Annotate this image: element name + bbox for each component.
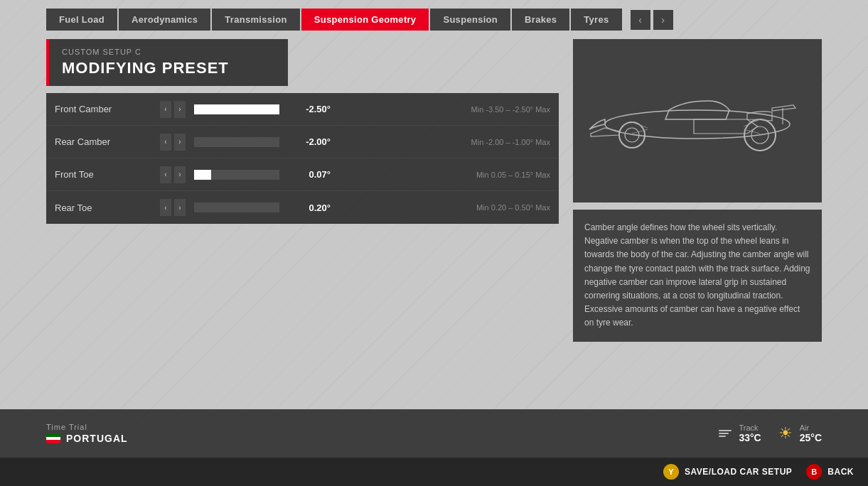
info-text: Camber angle defines how the wheel sits … bbox=[584, 222, 810, 328]
left-panel: Custom Setup C MODIFYING PRESET Front Ca… bbox=[46, 39, 559, 401]
setting-name-rear-toe: Rear Toe bbox=[55, 202, 154, 213]
back-button[interactable]: B BACK bbox=[806, 464, 854, 480]
location-text: PORTUGAL bbox=[66, 433, 128, 444]
preset-subtitle: Custom Setup C bbox=[62, 48, 275, 56]
rear-camber-value: -2.00° bbox=[288, 136, 331, 147]
b-button-icon: B bbox=[806, 464, 822, 480]
rear-toe-value: 0.20° bbox=[288, 202, 331, 213]
setting-name-rear-camber: Rear Camber bbox=[55, 136, 154, 147]
car-display bbox=[573, 39, 822, 202]
prev-icon-btn[interactable]: ‹ bbox=[631, 10, 650, 30]
track-info: Track 33°C bbox=[739, 423, 761, 443]
tab-suspension-geometry[interactable]: Suspension Geometry bbox=[301, 9, 429, 31]
table-row: Front Toe ‹ › 0.07° Min 0.05 – 0.15° Max bbox=[46, 158, 559, 191]
heat-icon bbox=[719, 430, 732, 437]
sun-icon: ☀ bbox=[778, 424, 793, 443]
air-label: Air bbox=[800, 423, 822, 432]
front-camber-slider[interactable] bbox=[194, 104, 279, 114]
back-label: BACK bbox=[827, 467, 854, 477]
location-name: PORTUGAL bbox=[46, 433, 128, 444]
front-toe-slider[interactable] bbox=[194, 170, 279, 180]
table-row: Front Camber ‹ › -2.50° Min -3.50 – -2.5… bbox=[46, 93, 559, 126]
preset-title: MODIFYING PRESET bbox=[62, 59, 275, 77]
tab-transmission[interactable]: Transmission bbox=[212, 9, 299, 31]
rear-toe-increase[interactable]: › bbox=[174, 199, 186, 216]
front-camber-decrease[interactable]: ‹ bbox=[160, 101, 171, 118]
air-info: Air 25°C bbox=[800, 423, 822, 443]
rear-camber-range: Min -2.00 – -1.00° Max bbox=[471, 138, 550, 146]
top-nav: Fuel Load Aerodynamics Transmission Susp… bbox=[0, 0, 868, 31]
setting-name-front-camber: Front Camber bbox=[55, 104, 154, 114]
rear-camber-increase[interactable]: › bbox=[174, 134, 186, 151]
settings-table: Front Camber ‹ › -2.50° Min -3.50 – -2.5… bbox=[46, 93, 559, 224]
preset-header: Custom Setup C MODIFYING PRESET bbox=[46, 39, 288, 86]
front-toe-increase[interactable]: › bbox=[174, 166, 186, 183]
rear-camber-controls: ‹ › bbox=[160, 134, 186, 151]
track-temp: 33°C bbox=[739, 432, 761, 443]
front-camber-controls: ‹ › bbox=[160, 101, 186, 118]
front-toe-value: 0.07° bbox=[288, 169, 331, 180]
svg-point-0 bbox=[605, 110, 790, 139]
page-wrapper: Fuel Load Aerodynamics Transmission Susp… bbox=[0, 0, 868, 486]
rear-toe-slider[interactable] bbox=[194, 202, 279, 212]
rear-camber-decrease[interactable]: ‹ bbox=[160, 134, 171, 151]
info-box: Camber angle defines how the wheel sits … bbox=[573, 210, 822, 342]
front-camber-value: -2.50° bbox=[288, 104, 331, 114]
track-temp-item: Track 33°C bbox=[719, 423, 761, 443]
air-temp: 25°C bbox=[800, 432, 822, 443]
tab-aerodynamics[interactable]: Aerodynamics bbox=[119, 9, 210, 31]
weather-info: Track 33°C ☀ Air 25°C bbox=[719, 423, 822, 443]
location-info: Time Trial PORTUGAL bbox=[46, 423, 128, 444]
save-load-label: SAVE/LOAD CAR SETUP bbox=[685, 467, 792, 477]
time-trial-label: Time Trial bbox=[46, 423, 128, 431]
portugal-flag bbox=[46, 433, 60, 443]
rear-toe-decrease[interactable]: ‹ bbox=[160, 199, 171, 216]
front-toe-range: Min 0.05 – 0.15° Max bbox=[476, 171, 550, 179]
main-content: Custom Setup C MODIFYING PRESET Front Ca… bbox=[0, 31, 868, 409]
nav-icons: ‹ › bbox=[631, 10, 673, 30]
rear-camber-slider[interactable] bbox=[194, 137, 279, 147]
car-illustration bbox=[584, 71, 811, 171]
svg-line-8 bbox=[744, 119, 760, 126]
save-load-button[interactable]: Y SAVE/LOAD CAR SETUP bbox=[663, 464, 792, 480]
air-temp-item: ☀ Air 25°C bbox=[778, 423, 822, 443]
tab-suspension[interactable]: Suspension bbox=[430, 9, 510, 31]
y-button-icon: Y bbox=[663, 464, 679, 480]
bottom-bar: Time Trial PORTUGAL Track 33°C ☀ bbox=[0, 409, 868, 458]
rear-toe-controls: ‹ › bbox=[160, 199, 186, 216]
front-toe-decrease[interactable]: ‹ bbox=[160, 166, 171, 183]
right-panel: Camber angle defines how the wheel sits … bbox=[573, 39, 822, 401]
next-icon-btn[interactable]: › bbox=[653, 10, 673, 30]
front-camber-increase[interactable]: › bbox=[174, 101, 186, 118]
track-label: Track bbox=[739, 423, 761, 432]
action-bar: Y SAVE/LOAD CAR SETUP B BACK bbox=[0, 458, 868, 486]
table-row: Rear Toe ‹ › 0.20° Min 0.20 – 0.50° Max bbox=[46, 191, 559, 224]
setting-name-front-toe: Front Toe bbox=[55, 169, 154, 180]
front-camber-range: Min -3.50 – -2.50° Max bbox=[471, 105, 550, 114]
table-row: Rear Camber ‹ › -2.00° Min -2.00 – -1.00… bbox=[46, 126, 559, 158]
rear-toe-range: Min 0.20 – 0.50° Max bbox=[476, 203, 550, 212]
front-toe-controls: ‹ › bbox=[160, 166, 186, 183]
tab-brakes[interactable]: Brakes bbox=[512, 9, 569, 31]
tab-fuel-load[interactable]: Fuel Load bbox=[46, 9, 117, 31]
svg-line-6 bbox=[632, 122, 648, 128]
tab-tyres[interactable]: Tyres bbox=[571, 9, 621, 31]
svg-point-2 bbox=[619, 122, 645, 148]
